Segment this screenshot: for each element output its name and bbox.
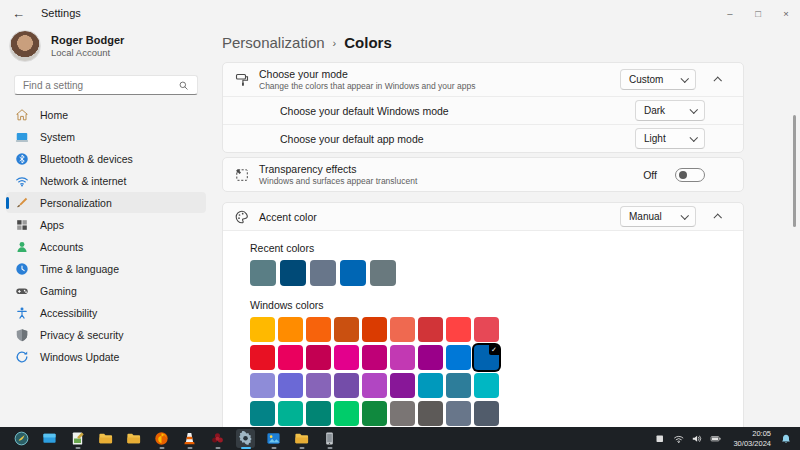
close-button[interactable]: × xyxy=(772,0,800,26)
accent-card-header[interactable]: Accent color Manual xyxy=(223,203,743,230)
windows-color-swatch-22[interactable] xyxy=(334,373,359,398)
windows-color-swatch-25[interactable] xyxy=(418,373,443,398)
windows-color-swatch-18[interactable]: ✓ xyxy=(474,345,499,370)
mode-card-header[interactable]: Choose your mode Change the colors that … xyxy=(223,63,743,96)
start-button[interactable] xyxy=(12,429,31,448)
windows-color-swatch-32[interactable] xyxy=(362,401,387,426)
mode-title: Choose your mode xyxy=(259,68,475,80)
windows-color-swatch-21[interactable] xyxy=(306,373,331,398)
maximize-button[interactable]: □ xyxy=(744,0,772,26)
recent-color-swatch-3[interactable] xyxy=(310,260,336,286)
sidebar-item-gaming[interactable]: Gaming xyxy=(6,280,206,301)
windows-color-swatch-27[interactable] xyxy=(474,373,499,398)
windows-mode-row: Choose your default Windows mode Dark xyxy=(223,96,743,124)
sidebar-item-accounts[interactable]: Accounts xyxy=(6,236,206,257)
sidebar-item-home[interactable]: Home xyxy=(6,104,206,125)
scrollbar[interactable] xyxy=(793,115,796,227)
transparency-toggle[interactable] xyxy=(675,168,705,182)
system-icon xyxy=(15,130,29,144)
sidebar-item-apps[interactable]: Apps xyxy=(6,214,206,235)
media-app[interactable] xyxy=(208,429,227,448)
windows-color-swatch-5[interactable] xyxy=(362,317,387,342)
user-profile[interactable]: Roger Bodger Local Account xyxy=(0,28,212,64)
folder-app-1[interactable] xyxy=(96,429,115,448)
sidebar-item-label: Privacy & security xyxy=(40,329,123,341)
windows-color-swatch-29[interactable] xyxy=(278,401,303,426)
sidebar-item-privacy-security[interactable]: Privacy & security xyxy=(6,324,206,345)
sidebar-item-windows-update[interactable]: Windows Update xyxy=(6,346,206,367)
folder-app-3[interactable] xyxy=(292,429,311,448)
windows-color-swatch-33[interactable] xyxy=(390,401,415,426)
firefox-app[interactable] xyxy=(152,429,171,448)
windows-color-swatch-10[interactable] xyxy=(250,345,275,370)
windows-color-swatch-26[interactable] xyxy=(446,373,471,398)
avatar xyxy=(9,30,41,62)
editor-app[interactable] xyxy=(68,429,87,448)
recent-color-swatch-1[interactable] xyxy=(250,260,276,286)
breadcrumb-separator-icon: › xyxy=(333,36,337,49)
recent-color-swatch-4[interactable] xyxy=(340,260,366,286)
sidebar-item-time-language[interactable]: Time & language xyxy=(6,258,206,279)
windows-color-swatch-17[interactable] xyxy=(446,345,471,370)
display-app[interactable] xyxy=(40,429,59,448)
sidebar-item-accessibility[interactable]: Accessibility xyxy=(6,302,206,323)
folder-app-2[interactable] xyxy=(124,429,143,448)
windows-mode-dropdown[interactable]: Dark xyxy=(635,100,705,121)
recent-color-swatch-5[interactable] xyxy=(370,260,396,286)
windows-color-swatch-8[interactable] xyxy=(446,317,471,342)
vlc-app[interactable] xyxy=(180,429,199,448)
windows-color-swatch-1[interactable] xyxy=(250,317,275,342)
sidebar-item-personalization[interactable]: Personalization xyxy=(6,192,206,213)
windows-color-swatch-35[interactable] xyxy=(446,401,471,426)
windows-color-swatch-2[interactable] xyxy=(278,317,303,342)
windows-color-swatch-3[interactable] xyxy=(306,317,331,342)
tray-window-icon[interactable] xyxy=(654,433,666,445)
windows-color-swatch-24[interactable] xyxy=(390,373,415,398)
windows-color-swatch-9[interactable] xyxy=(474,317,499,342)
app-mode-dropdown[interactable]: Light xyxy=(635,128,705,149)
sidebar-item-network-internet[interactable]: Network & internet xyxy=(6,170,206,191)
wifi-icon[interactable] xyxy=(673,433,685,445)
accent-mode-dropdown[interactable]: Manual xyxy=(620,206,696,227)
recent-color-swatch-2[interactable] xyxy=(280,260,306,286)
phone-app[interactable] xyxy=(320,429,339,448)
mode-expander[interactable] xyxy=(705,77,731,83)
settings-app[interactable] xyxy=(236,429,255,448)
windows-color-swatch-28[interactable] xyxy=(250,401,275,426)
sidebar-item-system[interactable]: System xyxy=(6,126,206,147)
windows-color-swatch-14[interactable] xyxy=(362,345,387,370)
accent-expander[interactable] xyxy=(705,214,731,220)
windows-color-swatch-16[interactable] xyxy=(418,345,443,370)
search-icon xyxy=(178,80,189,91)
minimize-button[interactable]: – xyxy=(716,0,744,26)
windows-color-swatch-30[interactable] xyxy=(306,401,331,426)
windows-color-swatch-12[interactable] xyxy=(306,345,331,370)
selected-check-icon: ✓ xyxy=(489,345,499,355)
windows-color-swatch-7[interactable] xyxy=(418,317,443,342)
windows-color-swatch-11[interactable] xyxy=(278,345,303,370)
windows-color-swatch-31[interactable] xyxy=(334,401,359,426)
windows-color-swatch-23[interactable] xyxy=(362,373,387,398)
chevron-down-icon xyxy=(680,74,688,82)
windows-color-swatch-20[interactable] xyxy=(278,373,303,398)
windows-color-swatch-15[interactable] xyxy=(390,345,415,370)
windows-color-swatch-34[interactable] xyxy=(418,401,443,426)
windows-color-swatch-4[interactable] xyxy=(334,317,359,342)
mode-dropdown[interactable]: Custom xyxy=(620,69,696,90)
windows-colors-label: Windows colors xyxy=(250,299,743,311)
back-button[interactable]: ← xyxy=(12,6,25,21)
breadcrumb-parent[interactable]: Personalization xyxy=(222,34,325,51)
sidebar-item-bluetooth-devices[interactable]: Bluetooth & devices xyxy=(6,148,206,169)
windows-color-swatch-19[interactable] xyxy=(250,373,275,398)
windows-color-swatch-13[interactable] xyxy=(334,345,359,370)
taskbar-clock[interactable]: 20:05 30/03/2024 xyxy=(733,429,771,449)
volume-icon[interactable] xyxy=(691,433,703,445)
battery-icon[interactable] xyxy=(710,433,722,445)
settings-window: ← Settings – □ × Roger Bodger Local Acco… xyxy=(0,0,800,427)
search-input[interactable]: Find a setting xyxy=(14,75,198,95)
photos-app[interactable] xyxy=(264,429,283,448)
windows-color-swatch-6[interactable] xyxy=(390,317,415,342)
windows-color-swatch-36[interactable] xyxy=(474,401,499,426)
sidebar-item-label: Apps xyxy=(40,219,64,231)
notification-bell-icon[interactable] xyxy=(780,433,792,445)
